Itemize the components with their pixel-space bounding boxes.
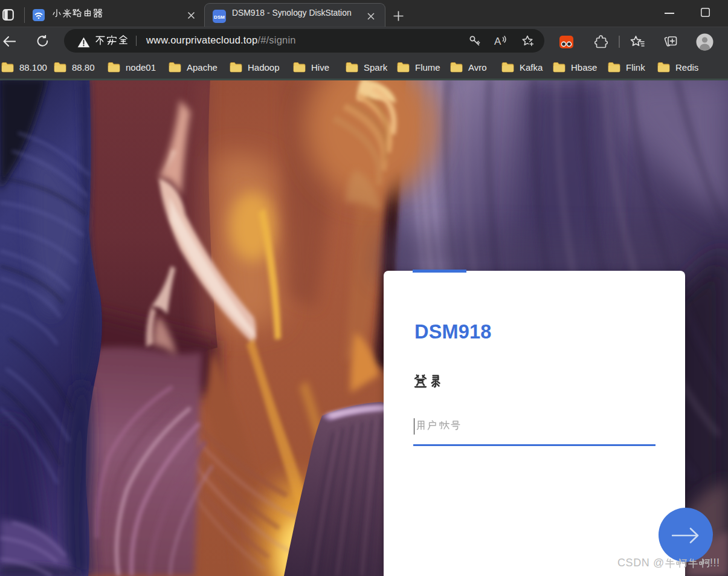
svg-text:A: A — [494, 36, 501, 47]
svg-text:DSM: DSM — [214, 15, 225, 20]
